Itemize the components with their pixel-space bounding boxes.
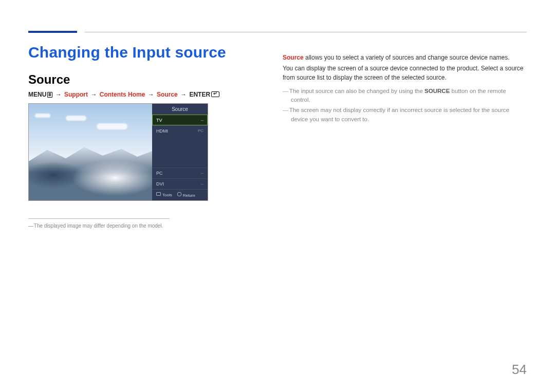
note-item: The input source can also be changed by … [283,87,527,105]
nav-support: Support [64,91,88,98]
body-paragraph-2: You can display the screen of a source d… [283,64,527,83]
image-disclaimer: The displayed image may differ depending… [28,223,257,229]
osd-item-pc[interactable]: PC -- [152,167,208,178]
osd-item-label: PC [156,171,163,176]
note-item: The screen may not display correctly if … [283,106,527,124]
nav-contents-home: Contents Home [100,91,145,98]
osd-title: Source [152,104,208,115]
menu-icon: Ⅲ [47,92,52,98]
osd-item-value: PC [198,128,203,134]
menu-path: MENUⅢ → Support → Contents Home → Source… [28,91,257,98]
note-bold: SOURCE [424,88,450,94]
body-p1-rest: allows you to select a variety of source… [304,54,510,61]
osd-panel: Source TV -- HDMI PC PC -- D [152,104,208,200]
osd-item-tv[interactable]: TV -- [152,115,208,125]
osd-item-value: -- [201,171,203,176]
arrow-icon: → [147,91,155,98]
notes-list: The input source can also be changed by … [283,87,527,124]
osd-bottom-bar: Tools Return [152,189,208,200]
arrow-icon: → [89,91,98,98]
page-number: 54 [512,362,527,378]
content-columns: Changing the Input source Source MENUⅢ →… [28,44,527,229]
osd-tools[interactable]: Tools [156,192,172,198]
note-pre: The input source can also be changed by … [289,88,424,94]
osd-item-label: HDMI [156,128,168,134]
tv-screenshot: Source TV -- HDMI PC PC -- D [28,103,208,201]
header-rule [85,32,527,32]
page-title: Changing the Input source [28,44,257,61]
osd-item-value: -- [201,118,203,123]
nav-enter: ENTER [189,91,210,98]
osd-item-label: DVI [156,181,164,186]
osd-item-value: -- [201,181,203,186]
section-title: Source [28,72,257,87]
manual-page: Changing the Input source Source MENUⅢ →… [0,0,555,392]
note-pre: The screen may not display correctly if … [289,107,509,122]
clouds-graphic [29,111,152,150]
right-column: Source allows you to select a variety of… [283,44,527,229]
nav-menu: MENU [28,91,46,98]
body-paragraph-1: Source allows you to select a variety of… [283,53,527,63]
body-lead-word: Source [283,54,304,61]
osd-item-dvi[interactable]: DVI -- [152,178,208,189]
osd-spacer [152,136,208,167]
left-column: Changing the Input source Source MENUⅢ →… [28,44,257,229]
accent-bar [28,31,77,37]
arrow-icon: → [54,91,63,98]
enter-icon [211,91,219,97]
note-divider [28,218,170,219]
osd-item-label: TV [156,118,162,123]
osd-return[interactable]: Return [177,192,195,198]
arrow-icon: → [179,91,188,98]
background-photo [29,104,152,200]
osd-item-hdmi[interactable]: HDMI PC [152,125,208,136]
nav-source: Source [157,91,178,98]
